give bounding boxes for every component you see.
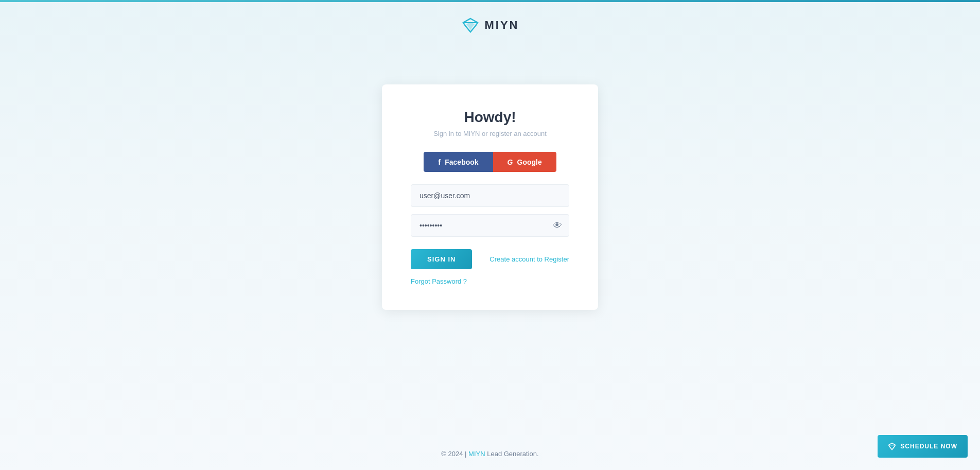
email-input[interactable]	[411, 184, 569, 207]
schedule-diamond-icon	[888, 442, 896, 450]
password-group: 👁	[411, 214, 569, 237]
register-link[interactable]: Create account to Register	[489, 255, 569, 263]
google-label: Google	[517, 158, 542, 166]
social-buttons: f Facebook G Google	[411, 152, 569, 172]
facebook-icon: f	[438, 158, 441, 166]
footer: © 2024 | MIYN Lead Generation.	[441, 438, 538, 470]
schedule-label: SCHEDULE NOW	[900, 443, 957, 450]
form-actions: SIGN IN Create account to Register	[411, 249, 569, 269]
card-title: Howdy!	[464, 109, 516, 126]
email-group	[411, 184, 569, 207]
toggle-password-icon[interactable]: 👁	[553, 220, 562, 231]
footer-text-before: © 2024 |	[441, 450, 466, 458]
password-input[interactable]	[411, 214, 569, 237]
facebook-login-button[interactable]: f Facebook	[424, 152, 493, 172]
footer-link[interactable]: MIYN	[468, 450, 485, 458]
signin-button[interactable]: SIGN IN	[411, 249, 472, 269]
card-subtitle: Sign in to MIYN or register an account	[433, 130, 547, 137]
google-icon: G	[507, 158, 513, 166]
schedule-now-button[interactable]: SCHEDULE NOW	[878, 435, 968, 458]
page-wrapper: Howdy! Sign in to MIYN or register an ac…	[0, 43, 980, 438]
footer-text-after: Lead Generation.	[487, 450, 538, 458]
google-login-button[interactable]: G Google	[493, 152, 556, 172]
forgot-password-link[interactable]: Forgot Password ?	[411, 277, 467, 285]
svg-marker-3	[889, 443, 896, 450]
login-card: Howdy! Sign in to MIYN or register an ac…	[382, 84, 598, 310]
header: MIYN	[461, 2, 519, 43]
facebook-label: Facebook	[445, 158, 478, 166]
logo-text: MIYN	[485, 19, 519, 32]
miyn-logo-icon	[461, 18, 480, 33]
